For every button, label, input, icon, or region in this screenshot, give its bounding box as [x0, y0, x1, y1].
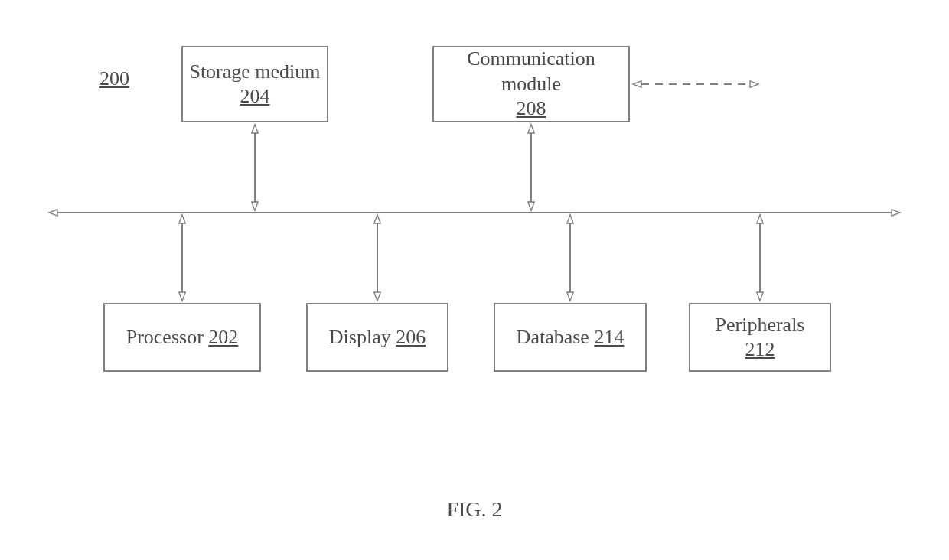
- block-periph-label: Peripherals: [716, 314, 805, 336]
- block-periph-num: 212: [745, 338, 775, 360]
- block-display: Display 206: [306, 303, 448, 372]
- block-processor: Processor 202: [103, 303, 261, 372]
- figure-ref-number: 200: [99, 67, 129, 90]
- figure-caption: FIG. 2: [0, 497, 949, 522]
- block-storage-num: 204: [240, 85, 269, 107]
- block-comm-num: 208: [517, 97, 546, 119]
- block-processor-num: 202: [208, 326, 238, 348]
- block-display-num: 206: [396, 326, 426, 348]
- block-database-label: Database: [517, 326, 589, 348]
- block-database: Database 214: [494, 303, 647, 372]
- block-comm-label: Communication module: [467, 47, 595, 95]
- block-processor-label: Processor: [126, 326, 204, 348]
- block-display-label: Display: [329, 326, 391, 348]
- block-database-num: 214: [594, 326, 624, 348]
- block-peripherals: Peripherals 212: [689, 303, 831, 372]
- block-communication-module: Communication module 208: [432, 46, 630, 122]
- block-storage-label: Storage medium: [189, 60, 320, 83]
- block-storage-medium: Storage medium 204: [181, 46, 328, 122]
- diagram-canvas: 200 FIG. 2 Storage medium 204 Communicat…: [0, 0, 949, 560]
